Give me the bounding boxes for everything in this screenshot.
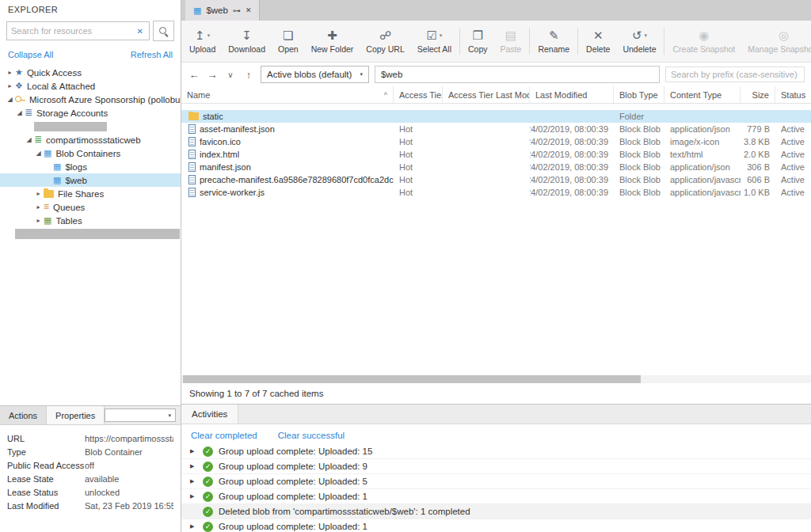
- blob-name: favicon.ico: [200, 137, 241, 146]
- table-row-service-worker-js[interactable]: service-worker.jsHot24/02/2019, 08:00:39…: [181, 186, 811, 199]
- forward-icon[interactable]: →: [206, 69, 219, 81]
- toolbar-button-open[interactable]: ❏Open: [272, 21, 305, 62]
- column-header-last-modified[interactable]: Last Modified: [530, 86, 614, 103]
- collapse-all-link[interactable]: Collapse All: [8, 50, 53, 59]
- tree-item-microsoft-azure-sponsorship-pollobull12-hot[interactable]: ◢Microsoft Azure Sponsorship (pollobull1…: [0, 93, 181, 106]
- manage-snapshots-icon: ◎: [779, 29, 789, 42]
- table-row-manifest-json[interactable]: manifest.jsonHot24/02/2019, 08:00:39Bloc…: [181, 161, 811, 173]
- tree-item-local-attached[interactable]: ▸❖Local & Attached: [0, 79, 181, 93]
- expanded-arrow-icon[interactable]: ◢: [14, 109, 25, 116]
- properties-dropdown[interactable]: ▾: [105, 408, 176, 422]
- horizontal-scrollbar[interactable]: [181, 375, 811, 383]
- clear-successful-link[interactable]: Clear successful: [278, 431, 345, 440]
- toolbar-button-delete[interactable]: ✕Delete: [580, 21, 616, 62]
- column-header-access-tier[interactable]: Access Tier: [394, 86, 443, 103]
- clear-completed-link[interactable]: Clear completed: [191, 431, 257, 440]
- tab-properties[interactable]: Properties: [47, 406, 105, 424]
- tree-item-logs[interactable]: ▦$logs: [0, 160, 181, 173]
- column-header-label: Blob Type: [619, 90, 658, 100]
- tree-item-queues[interactable]: ▸≡Queues: [0, 200, 181, 214]
- path-input[interactable]: [375, 66, 660, 83]
- prefix-search-input[interactable]: [665, 66, 805, 82]
- expand-arrow-icon[interactable]: ▶: [190, 463, 197, 469]
- back-icon[interactable]: ←: [188, 69, 200, 81]
- cell-content-type: application/javascript: [664, 175, 741, 184]
- tab-web[interactable]: ▦ $web ⊶ ✕: [185, 0, 260, 21]
- clear-search-icon[interactable]: ✕: [135, 27, 145, 36]
- tree-item-web[interactable]: ▦$web: [0, 173, 181, 187]
- history-chevron-icon[interactable]: ∨: [224, 70, 237, 79]
- tree-item-redacted[interactable]: [0, 120, 181, 133]
- expanded-arrow-icon[interactable]: ◢: [24, 136, 34, 143]
- cell-last-modified: 24/02/2019, 08:00:39: [530, 137, 614, 146]
- collapsed-arrow-icon[interactable]: ▸: [5, 69, 15, 76]
- cell-blob-type: Block Blob: [614, 175, 664, 184]
- file-icon: [188, 150, 196, 159]
- toolbar-button-copy[interactable]: ❐Copy: [462, 21, 494, 62]
- collapsed-arrow-icon[interactable]: ▸: [33, 190, 44, 197]
- table-row-favicon-ico[interactable]: favicon.icoHot24/02/2019, 08:00:39Block …: [181, 135, 811, 148]
- toolbar-button-copy-url[interactable]: ☍Copy URL: [360, 21, 410, 62]
- column-header-content-type[interactable]: Content Type: [664, 86, 741, 103]
- tab-actions[interactable]: Actions: [0, 406, 47, 424]
- toolbar-button-label: Manage Snapshots: [748, 44, 811, 54]
- column-header-size[interactable]: Size: [741, 86, 775, 103]
- toolbar-button-download[interactable]: ↧Download: [222, 21, 272, 62]
- app-window: EXPLORER ✕ Collapse All Refresh All ▸★Qu…: [0, 0, 811, 532]
- scrollbar-thumb[interactable]: [183, 375, 641, 383]
- activity-row[interactable]: ▶✓Group upload complete: Uploaded: 5: [181, 474, 811, 489]
- expand-arrow-icon[interactable]: ▶: [190, 523, 197, 530]
- up-icon[interactable]: ↑: [242, 69, 255, 81]
- column-header-blob-type[interactable]: Blob Type: [614, 86, 664, 103]
- table-row-index-html[interactable]: index.htmlHot24/02/2019, 08:00:39Block B…: [181, 148, 811, 161]
- activity-row[interactable]: ▶✓Group upload complete: Uploaded: 1: [181, 519, 811, 532]
- table-row-asset-manifest-json[interactable]: asset-manifest.jsonHot24/02/2019, 08:00:…: [181, 123, 811, 135]
- table-row-precache-manifest-6a9586e78289680f7cd0fca2dc3fa191-js[interactable]: precache-manifest.6a9586e78289680f7cd0fc…: [181, 173, 811, 186]
- toolbar-button-select-all[interactable]: ☑▾Select All: [411, 21, 458, 62]
- blob-container-icon: ▦: [193, 6, 201, 16]
- expand-arrow-icon[interactable]: ▶: [190, 448, 197, 454]
- tree-item-quick-access[interactable]: ▸★Quick Access: [0, 66, 181, 79]
- column-header-status[interactable]: Status: [775, 86, 811, 103]
- tab-close-icon[interactable]: ✕: [246, 6, 252, 14]
- activity-text: Group upload complete: Uploaded: 15: [219, 446, 372, 456]
- properties-table: URLhttps://compartimossstaticweb.TypeBlo…: [0, 425, 181, 512]
- tree-item-storage-accounts[interactable]: ◢≣Storage Accounts: [0, 106, 181, 120]
- tab-state-icon: ⊶: [233, 6, 241, 15]
- activity-row[interactable]: ▶✓Group upload complete: Uploaded: 1: [181, 489, 811, 504]
- column-header-name[interactable]: Name^: [181, 86, 394, 103]
- blob-filter-dropdown[interactable]: Active blobs (default) ▾: [261, 66, 369, 83]
- expanded-arrow-icon[interactable]: ◢: [33, 150, 44, 157]
- resource-search-input[interactable]: [11, 26, 135, 36]
- cell-status: Active: [775, 162, 811, 172]
- tree-item-blob-containers[interactable]: ◢▦Blob Containers: [0, 146, 181, 160]
- activity-row[interactable]: ▶✓Group upload complete: Uploaded: 15: [181, 444, 811, 459]
- collapsed-arrow-icon[interactable]: ▸: [5, 82, 15, 89]
- local-attached-icon: ❖: [15, 82, 23, 90]
- collapsed-arrow-icon[interactable]: ▸: [33, 217, 44, 224]
- collapsed-arrow-icon[interactable]: ▸: [33, 203, 44, 211]
- tree-item-file-shares[interactable]: ▸File Shares: [0, 187, 181, 200]
- success-check-icon: ✓: [203, 507, 213, 517]
- refresh-all-link[interactable]: Refresh All: [131, 50, 173, 59]
- tree-item-compartimossstaticweb[interactable]: ◢≣compartimossstaticweb: [0, 133, 181, 146]
- tree-item-label: Storage Accounts: [36, 108, 108, 118]
- activity-row[interactable]: ▶✓Group upload complete: Uploaded: 9: [181, 459, 811, 474]
- toolbar-button-undelete[interactable]: ↺▾Undelete: [616, 21, 662, 62]
- expanded-arrow-icon[interactable]: ◢: [5, 96, 15, 103]
- tab-activities[interactable]: Activities: [181, 405, 238, 424]
- tree-item-redacted[interactable]: [0, 227, 181, 241]
- toolbar-button-new-folder[interactable]: ✚New Folder: [305, 21, 360, 62]
- activity-row[interactable]: ✓Deleted blob from 'compartimossstaticwe…: [181, 504, 811, 519]
- column-header-access-tier-last-modified[interactable]: Access Tier Last Modified: [443, 86, 530, 103]
- copy-icon: ❐: [473, 29, 483, 42]
- cell-size: 606 B: [741, 175, 775, 184]
- expand-arrow-icon[interactable]: ▶: [190, 493, 197, 500]
- expand-arrow-icon[interactable]: ▶: [190, 478, 197, 484]
- toolbar-button-rename[interactable]: ✎Rename: [531, 21, 576, 62]
- redacted-item: [34, 122, 107, 131]
- tree-item-tables[interactable]: ▸▦Tables: [0, 214, 181, 227]
- table-row-static[interactable]: staticFolder: [181, 110, 811, 123]
- toolbar-button-upload[interactable]: ↥▾Upload: [183, 21, 222, 62]
- search-resources-button[interactable]: [153, 21, 174, 41]
